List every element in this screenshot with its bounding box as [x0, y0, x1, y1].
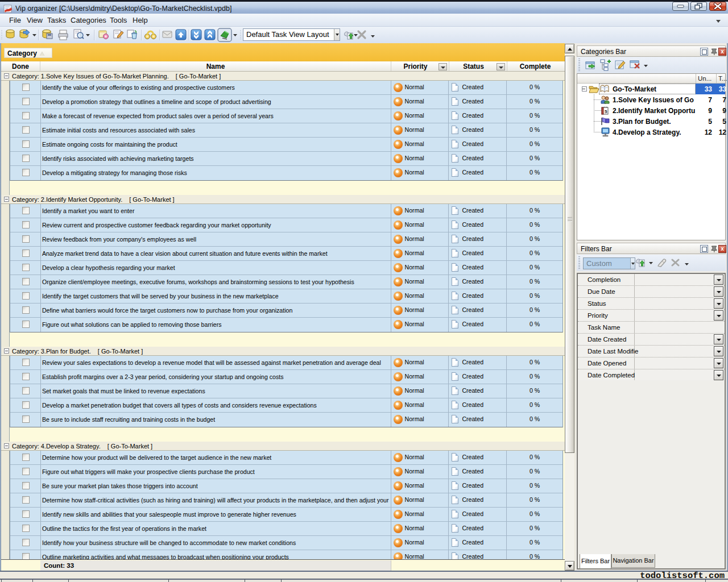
svg-text:5: 5 — [605, 109, 607, 114]
